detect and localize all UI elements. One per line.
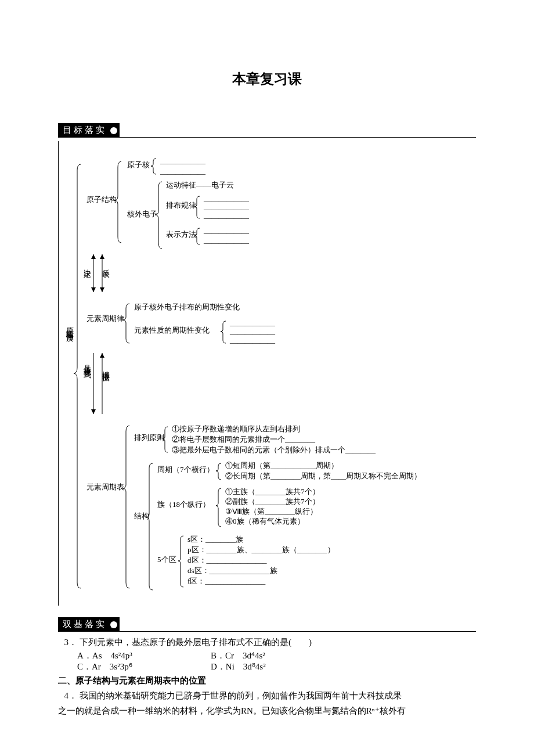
- n3b-period-label: 周期（7个横行）: [157, 465, 214, 474]
- n1b-iii-b2: ____________: [203, 236, 250, 244]
- n3-label: 元素周期表: [86, 483, 124, 491]
- q4-text2a: 之一的就是合成一种一维纳米的材料，化学式为RN。已知该化合物里与氮结合的: [58, 706, 366, 715]
- q4-num: 4．: [58, 689, 77, 703]
- q3-opt-c: C．Ar 3s²3p⁶: [77, 661, 211, 672]
- period-brace: [216, 463, 221, 480]
- n3a-i: ①按原子序数递增的顺序从左到右排列: [172, 424, 300, 433]
- n1b-iii-label: 表示方法: [166, 230, 196, 239]
- q4-text1: 我国的纳米基础研究能力已跻身于世界的前列，例如曾作为我国两年前十大科技成果: [80, 689, 402, 703]
- q4-text2b: 核外有: [380, 706, 406, 715]
- svg-marker-5: [100, 287, 104, 292]
- section2-label: 双基落实: [63, 619, 107, 629]
- n1b-label: 核外电子: [127, 210, 157, 218]
- body-text: 3． 下列元素中，基态原子的最外层电子排布式不正确的是( ) A．As 4s²4…: [58, 635, 476, 718]
- q4-line2: 之一的就是合成一种一维纳米的材料，化学式为RN。已知该化合物里与氮结合的Rⁿ⁺核…: [58, 704, 476, 718]
- zone-p: p区：________族、________族（________）: [187, 545, 335, 554]
- section-basics: 双基落实: [58, 617, 476, 632]
- n2b-b3: ____________: [229, 336, 276, 344]
- group-iv: ④0族（稀有气体元素）: [225, 517, 305, 525]
- zone-d: d区：________________: [187, 556, 267, 564]
- n1-label: 原子结构: [86, 195, 117, 204]
- svg-marker-2: [91, 287, 96, 292]
- zone-s: s区：________族: [187, 535, 243, 543]
- knowledge-outline: text { font-family: "SimSun","宋体",serif;…: [59, 147, 477, 600]
- q3-opt-d: D．Ni 3d⁸4s²: [211, 661, 344, 672]
- q4-line1: 4． 我国的纳米基础研究能力已跻身于世界的前列，例如曾作为我国两年前十大科技成果: [58, 689, 476, 703]
- n1b-i: 运动特征——电子云: [166, 181, 234, 189]
- section1-pill: 目标落实: [58, 123, 120, 138]
- dot-icon: [110, 621, 117, 628]
- n1b-ii-b1: ____________: [203, 193, 250, 202]
- arrow-down-label: 决定: [84, 263, 92, 278]
- n2a: 原子核外电子排布的周期性变化: [134, 303, 240, 311]
- dot-icon: [110, 127, 117, 134]
- q4-rn: Rⁿ⁺: [366, 706, 380, 715]
- page-title: 本章复习课: [58, 70, 476, 88]
- n3b-brace: [146, 463, 153, 590]
- q3-stem: 3． 下列元素中，基态原子的最外层电子排布式不正确的是( ): [58, 635, 476, 649]
- q3-num: 3．: [58, 635, 77, 649]
- n1b-ii-b2: ____________: [203, 202, 250, 211]
- group-iii: ③Ⅷ族（第________纵行）: [225, 507, 317, 516]
- period-ii: ②长周期（第________周期，第____周期又称不完全周期）: [225, 471, 421, 480]
- svg-marker-7: [91, 409, 96, 414]
- q3-text: 下列元素中，基态原子的最外层电子排布式不正确的是( ): [80, 635, 312, 649]
- zone-brace: [178, 536, 183, 587]
- period-i: ①短周期（第____________周期）: [225, 461, 338, 470]
- n1b-iii-b1: ____________: [203, 226, 250, 235]
- n1a-label: 原子核: [127, 160, 150, 169]
- svg-marker-1: [91, 254, 96, 259]
- zone-ds: ds区：________________族: [187, 566, 277, 575]
- n1b-brace: [155, 182, 162, 249]
- n3a-iii: ③把最外层电子数相同的元素（个别除外）排成一个________: [172, 445, 376, 454]
- section1-label: 目标落实: [63, 125, 107, 135]
- outline-container: text { font-family: "SimSun","宋体",serif;…: [58, 141, 476, 606]
- section-goals: 目标落实: [58, 123, 476, 138]
- n3b-label: 结构: [134, 512, 149, 520]
- group-ii: ②副族（________族共7个）: [225, 497, 320, 506]
- sub-heading: 二、原子结构与元素在周期表中的位置: [58, 674, 476, 687]
- section2-pill: 双基落实: [58, 617, 120, 632]
- zone-f: f区：________________: [187, 577, 266, 585]
- root-label: 原子结构与性质: [66, 321, 75, 342]
- n1b-ii-label: 排布规律: [166, 201, 196, 210]
- n2-brace: [122, 304, 129, 343]
- arrow2-left: 具体表现形式: [84, 359, 92, 379]
- n1a-brace: [151, 159, 156, 174]
- q3-options: A．As 4s²4p³ B．Cr 3d⁴4s² C．Ar 3s²3p⁶ D．Ni…: [77, 650, 476, 672]
- n2-label: 元素周期律: [86, 314, 124, 323]
- svg-marker-4: [100, 254, 104, 259]
- n3b-group-label: 族（18个纵行）: [157, 500, 210, 509]
- group-i: ①主族（________族共7个）: [225, 487, 320, 496]
- svg-marker-9: [100, 353, 104, 358]
- n1b-ii-b3: ____________: [203, 211, 250, 219]
- n3a-ii: ②将电子层数相同的元素排成一个________: [172, 435, 316, 444]
- root-brace: [74, 164, 81, 588]
- arrow2-right: 编排依据: [102, 365, 111, 381]
- n2b-label: 元素性质的周期性变化: [134, 326, 210, 334]
- n2b-b2: ____________: [229, 327, 276, 336]
- arrow-up-label: 反映: [102, 263, 111, 278]
- group-brace: [216, 488, 221, 527]
- n1a-blank1: ____________: [160, 156, 206, 165]
- n3b-zone-label: 5个区: [157, 555, 176, 564]
- q3-opt-a: A．As 4s²4p³: [77, 650, 211, 661]
- n3-brace: [122, 426, 129, 588]
- n2b-b1: ____________: [229, 318, 276, 327]
- q3-opt-b: B．Cr 3d⁴4s²: [211, 650, 344, 661]
- n3a-label: 排列原则: [134, 433, 164, 442]
- n1a-blank2: ____________: [160, 167, 206, 175]
- n2b-brace: [221, 321, 226, 343]
